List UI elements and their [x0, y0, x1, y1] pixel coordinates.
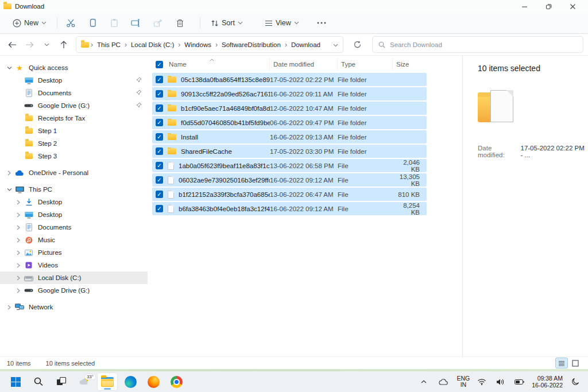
row-checkbox[interactable]: ✓: [156, 148, 163, 155]
row-checkbox[interactable]: ✓: [156, 76, 163, 83]
recent-locations-button[interactable]: [39, 37, 54, 52]
search-box[interactable]: [372, 36, 583, 53]
chevron-right-icon[interactable]: [14, 238, 23, 243]
chevron-right-icon[interactable]: [5, 305, 14, 310]
column-header-size[interactable]: Size: [393, 57, 427, 71]
row-checkbox[interactable]: ✓: [156, 205, 163, 212]
search-input[interactable]: [390, 41, 577, 48]
chevron-right-icon[interactable]: [14, 200, 23, 205]
file-row-f0d55d070460850b41bf[interactable]: ✓f0d55d070460850b41bf5fd9bee40d4506-06-2…: [152, 116, 427, 129]
sidebar-item-receipts-for-tax[interactable]: Receipts for Tax: [0, 112, 148, 125]
focus-assist-button[interactable]: [568, 373, 582, 390]
sidebar-item-onedrive-personal[interactable]: OneDrive - Personal: [0, 166, 148, 179]
chevron-right-icon[interactable]: [14, 275, 23, 281]
file-row-b6fa38463b0f4e0eb18f[interactable]: ✓b6fa38463b0f4e0eb18fa3c12f4056b88...16-…: [152, 202, 427, 215]
sidebar-item-step-3[interactable]: Step 3: [0, 150, 148, 162]
breadcrumb-chevron-button[interactable]: [333, 41, 338, 49]
delete-button[interactable]: [172, 16, 187, 30]
sidebar-item-music[interactable]: Music: [0, 234, 148, 246]
close-button[interactable]: [560, 0, 585, 13]
more-options-button[interactable]: [314, 16, 329, 30]
sidebar-item-google-drive-g[interactable]: Google Drive (G:): [0, 99, 148, 112]
file-row-b1f212152a339f3bcfa3[interactable]: ✓b1f212152a339f3bcfa370a685e148e72...13-…: [152, 188, 427, 201]
back-button[interactable]: [5, 37, 20, 52]
sidebar-item-documents[interactable]: Documents: [0, 87, 148, 99]
tray-overflow-button[interactable]: [417, 373, 431, 390]
paste-button[interactable]: [107, 16, 122, 30]
taskbar-edge-button[interactable]: [121, 373, 140, 390]
icons-view-button[interactable]: [570, 358, 581, 368]
sidebar-item-pictures[interactable]: Pictures: [0, 246, 148, 259]
chevron-right-icon[interactable]: [14, 288, 23, 293]
sidebar-item-network[interactable]: Network: [0, 301, 148, 313]
weather-widget-button[interactable]: 33°: [75, 373, 94, 390]
taskbar-file-explorer-button[interactable]: [98, 373, 117, 390]
taskbar-search-button[interactable]: [29, 373, 48, 390]
chevron-right-icon[interactable]: [14, 212, 23, 218]
file-row-sharedfilecache[interactable]: ✓SharedFileCache17-05-2022 03:30 PMFile …: [152, 145, 427, 158]
view-button[interactable]: View: [260, 16, 304, 30]
sidebar-item-step-2[interactable]: Step 2: [0, 137, 148, 150]
copy-button[interactable]: [85, 16, 100, 30]
sidebar-item-desktop[interactable]: Desktop: [0, 196, 148, 208]
row-checkbox[interactable]: ✓: [156, 90, 163, 98]
row-checkbox[interactable]: ✓: [156, 104, 163, 112]
chevron-down-icon[interactable]: [5, 188, 14, 192]
details-view-button[interactable]: [556, 358, 567, 368]
chevron-down-icon[interactable]: [5, 66, 14, 70]
cut-button[interactable]: [63, 16, 78, 30]
sidebar-item-this-pc[interactable]: This PC: [0, 183, 148, 196]
breadcrumb-segment-local-disk-c[interactable]: Local Disk (C:): [127, 40, 177, 50]
sidebar-item-desktop[interactable]: Desktop: [0, 74, 148, 87]
file-row-1ab0a05f623f9beaf11e[interactable]: ✓1ab0a05f623f9beaf11e8a83f1cbfa0e1c...13…: [152, 159, 427, 172]
breadcrumb-segment-softwaredistribution[interactable]: SoftwareDistribution: [218, 40, 284, 50]
minimize-button[interactable]: [512, 0, 536, 13]
taskbar-firefox-button[interactable]: [144, 373, 163, 390]
file-row-90913cc5ff22a09ed526[interactable]: ✓90913cc5ff22a09ed526ac7161c4588816-06-2…: [152, 87, 427, 100]
wifi-tray-button[interactable]: [475, 373, 488, 390]
sidebar-item-google-drive-g[interactable]: Google Drive (G:): [0, 284, 148, 297]
row-checkbox[interactable]: ✓: [156, 133, 163, 141]
column-header-type[interactable]: Type: [338, 57, 393, 71]
sidebar-item-videos[interactable]: Videos: [0, 259, 148, 271]
column-header-date-modified[interactable]: Date modified: [270, 57, 338, 71]
breadcrumb-segment-download[interactable]: Download: [288, 40, 324, 50]
task-view-button[interactable]: [52, 373, 71, 390]
chevron-right-icon[interactable]: [14, 250, 23, 255]
chevron-right-icon[interactable]: [14, 263, 23, 268]
breadcrumb-segment-windows[interactable]: Windows: [181, 40, 215, 50]
sidebar-item-documents[interactable]: Documents: [0, 221, 148, 234]
sort-button[interactable]: Sort: [206, 16, 247, 30]
breadcrumb[interactable]: ›This PC›Local Disk (C:)›Windows›Softwar…: [76, 36, 343, 53]
share-button[interactable]: [150, 16, 165, 30]
chevron-right-icon[interactable]: [5, 170, 14, 176]
restore-button[interactable]: [536, 0, 560, 13]
clock[interactable]: 09:38 AM 16-06-2022: [532, 375, 563, 389]
sidebar-item-desktop[interactable]: Desktop: [0, 208, 148, 221]
file-row-b1cf90e5aec71a46849b[interactable]: ✓b1cf90e5aec71a46849bf0fa8da2382a12-06-2…: [152, 102, 427, 115]
row-checkbox[interactable]: ✓: [156, 191, 163, 198]
up-button[interactable]: [56, 37, 71, 52]
new-button[interactable]: New: [8, 16, 51, 30]
onedrive-tray-button[interactable]: [436, 373, 451, 390]
file-row-05c138da0fba8654ff13[interactable]: ✓05c138da0fba8654ff135c8e8903233f17-05-2…: [152, 73, 427, 86]
row-checkbox[interactable]: ✓: [156, 162, 163, 169]
rename-button[interactable]: [129, 16, 144, 30]
refresh-button[interactable]: [349, 37, 365, 53]
start-button[interactable]: [6, 373, 25, 390]
chevron-right-icon[interactable]: [14, 225, 23, 230]
sidebar-item-step-1[interactable]: Step 1: [0, 125, 148, 137]
breadcrumb-segment-this-pc[interactable]: This PC: [94, 40, 124, 50]
forward-button[interactable]: [22, 37, 37, 52]
sidebar-item-quick-access[interactable]: ★Quick access: [0, 61, 148, 74]
sidebar-item-local-disk-c[interactable]: Local Disk (C:): [0, 271, 148, 284]
battery-tray-button[interactable]: [512, 373, 526, 390]
row-checkbox[interactable]: ✓: [156, 176, 163, 184]
row-checkbox[interactable]: ✓: [156, 119, 163, 126]
language-indicator[interactable]: ENG IN: [457, 375, 470, 388]
file-row-install[interactable]: ✓Install16-06-2022 09:13 AMFile folder: [152, 130, 427, 143]
volume-tray-button[interactable]: [494, 373, 506, 390]
select-all-checkbox[interactable]: ✓: [156, 61, 163, 68]
taskbar-chrome-button[interactable]: [167, 373, 186, 390]
file-row-06032ae9e739025016b3[interactable]: ✓06032ae9e739025016b3ef29ffcf67191...16-…: [152, 173, 427, 187]
